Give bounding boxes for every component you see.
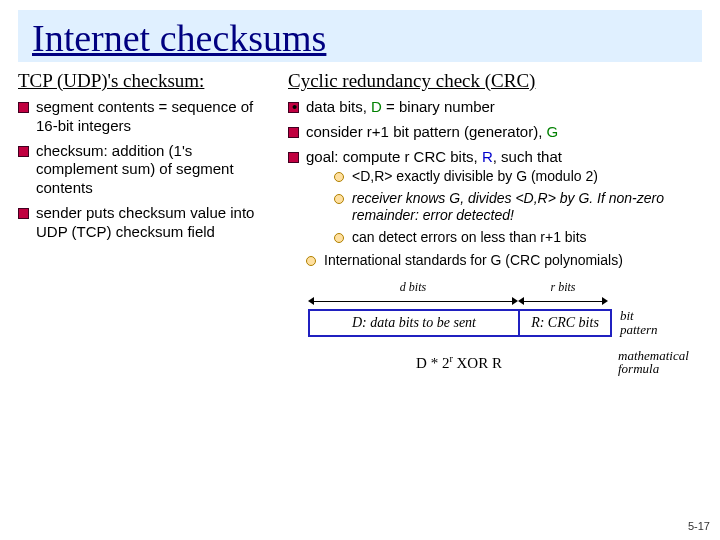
text: , such that xyxy=(493,148,562,165)
text: data bits, xyxy=(306,98,371,115)
list-item: consider r+1 bit pattern (generator), G xyxy=(288,123,702,142)
data-cell: D: data bits to be sent xyxy=(310,311,520,335)
left-list: segment contents = sequence of 16-bit in… xyxy=(18,98,278,241)
math-formula-label: mathematical formula xyxy=(618,349,689,376)
right-heading: Cyclic redundancy check (CRC) xyxy=(288,70,702,92)
list-item: International standards for G (CRC polyn… xyxy=(306,252,702,270)
text: consider r+1 bit pattern (generator), xyxy=(306,123,547,140)
title-bar: Internet checksums xyxy=(18,10,702,62)
packet-box: D: data bits to be sent R: CRC bits xyxy=(308,309,612,337)
standards-list: International standards for G (CRC polyn… xyxy=(288,252,702,270)
formula: D * 2r XOR R xyxy=(308,353,610,372)
crc-cell: R: CRC bits xyxy=(520,311,610,335)
list-item: segment contents = sequence of 16-bit in… xyxy=(18,98,278,136)
right-list: • data bits, D = binary number consider … xyxy=(288,98,702,246)
r-bits-label: r bits xyxy=(518,280,608,295)
text: = binary number xyxy=(382,98,495,115)
d-bits-label: d bits xyxy=(308,280,518,295)
slide-title: Internet checksums xyxy=(32,16,688,60)
text: goal: compute r CRC bits, xyxy=(306,148,482,165)
arrow-d xyxy=(308,297,518,307)
sub-list: <D,R> exactly divisible by G (modulo 2) … xyxy=(306,168,702,246)
list-item: receiver knows G, divides <D,R> by G. If… xyxy=(334,190,702,225)
list-item: • data bits, D = binary number xyxy=(288,98,702,117)
list-item: sender puts checksum value into UDP (TCP… xyxy=(18,204,278,242)
arrow-r xyxy=(518,297,608,307)
list-item: <D,R> exactly divisible by G (modulo 2) xyxy=(334,168,702,186)
var-r: R xyxy=(482,148,493,165)
page-number: 5-17 xyxy=(688,520,710,532)
content-columns: TCP (UDP)'s checksum: segment contents =… xyxy=(0,70,720,376)
var-d: D xyxy=(371,98,382,115)
arrow-row xyxy=(308,297,689,307)
bits-labels: d bits r bits xyxy=(308,280,689,295)
bit-pattern-label: bit pattern xyxy=(620,309,658,336)
list-item: goal: compute r CRC bits, R, such that <… xyxy=(288,148,702,247)
left-heading: TCP (UDP)'s checksum: xyxy=(18,70,278,92)
right-column: Cyclic redundancy check (CRC) • data bit… xyxy=(288,70,702,376)
list-item: checksum: addition (1's complement sum) … xyxy=(18,142,278,198)
crc-diagram: d bits r bits D: data bits to be sent R:… xyxy=(288,280,702,376)
formula-row: D * 2r XOR R mathematical formula xyxy=(308,349,689,376)
var-g: G xyxy=(547,123,559,140)
list-item: can detect errors on less than r+1 bits xyxy=(334,229,702,247)
left-column: TCP (UDP)'s checksum: segment contents =… xyxy=(18,70,278,376)
